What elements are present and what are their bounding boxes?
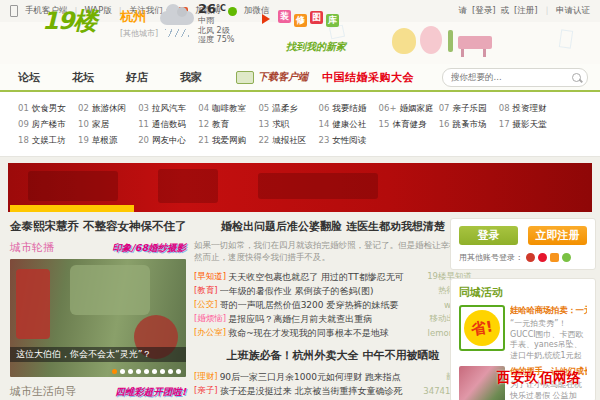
table-doodle-icon xyxy=(458,36,492,49)
post-tag: [办公室] xyxy=(194,327,226,339)
post-tag: [早知道] xyxy=(194,271,226,283)
weather-unit: °C xyxy=(216,4,226,13)
divider: ｜ xyxy=(543,5,551,17)
download-icon xyxy=(236,71,254,84)
weather-panel: 26°C 中雨 北风 2级 湿度 75% xyxy=(198,2,234,45)
promo-slogan[interactable]: 找到我的新家 xyxy=(286,40,346,54)
post-row[interactable]: [婚烦恼] 是报应吗？离婚仨月前夫就查出重病 移动出账人 xyxy=(194,312,472,326)
category-item[interactable]: 22城报社区 xyxy=(258,132,313,148)
section-post-title[interactable]: 上班族必备！杭州外卖大全 中午不用被晒啦 xyxy=(194,348,472,363)
carousel-dot[interactable] xyxy=(168,369,173,374)
carousel-dot[interactable] xyxy=(144,369,149,374)
category-item[interactable]: 18文娱工坊 xyxy=(18,132,73,148)
phone-icon xyxy=(10,5,18,17)
post-row[interactable]: [理财] 90后一家三口月余1000元如何理财 跑来指点 静竞净 xyxy=(194,370,472,384)
post-tag: [婚烦恼] xyxy=(194,313,226,325)
wedding-expo-link[interactable]: 中国结婚采购大会 xyxy=(322,70,414,85)
post-title[interactable]: 天天收空包裹也就忍了 用过的TT都惨忍无可 xyxy=(228,271,421,284)
category-item[interactable]: 19草根源 xyxy=(78,132,133,148)
post-row[interactable]: [教育] 一年级的暑假作业 累倒孩子的爸妈(图) 热得快啊 xyxy=(194,284,472,298)
promo-tag-icon: 图 xyxy=(310,11,323,24)
tab-home[interactable]: 我家 xyxy=(180,70,202,85)
login-button[interactable]: 登录 xyxy=(459,226,518,245)
post-tag: [亲子] xyxy=(194,385,218,397)
other-login-label: 用其他账号登录： xyxy=(459,252,523,263)
ad-art xyxy=(28,171,118,201)
carousel-dot[interactable] xyxy=(152,369,157,374)
kaixin-icon[interactable] xyxy=(562,253,571,262)
promo-banner[interactable]: 装 修 图 库 xyxy=(262,10,339,27)
plant-doodle-icon xyxy=(448,30,453,52)
save-badge-image: 省! xyxy=(459,305,505,351)
ad-yellow-strip xyxy=(10,205,134,212)
carousel-caption[interactable]: 这位大伯伯，你会不会太“灵光”？ xyxy=(10,347,186,362)
mascot-rabbit xyxy=(420,26,442,54)
weather-cond: 中雨 xyxy=(198,16,234,26)
category-item[interactable]: 21我爱网购 xyxy=(198,132,253,148)
carousel-dot[interactable] xyxy=(176,369,181,374)
carousel-label[interactable]: 城市轮播 xyxy=(10,240,54,255)
carousel-dot[interactable] xyxy=(136,369,141,374)
download-label: 下载客户端 xyxy=(258,70,308,84)
carousel-ad-badge[interactable]: 印象/68婚纱摄影 xyxy=(112,242,186,255)
activity-header[interactable]: 同城活动 xyxy=(459,285,587,300)
weibo-login-icon[interactable] xyxy=(538,253,547,262)
search-input[interactable] xyxy=(449,71,572,83)
left-headline-link[interactable]: 金泰熙宋慧乔 不整容女神保不住了 xyxy=(10,219,186,234)
site-logo[interactable]: 19楼 xyxy=(42,5,96,37)
carousel-dot[interactable] xyxy=(112,369,117,374)
lead-post-title[interactable]: 婚检出问题后准公婆翻脸 连医生都劝我想清楚 xyxy=(194,219,472,234)
category-item[interactable]: 16跳蚤市场 xyxy=(439,116,494,132)
post-row[interactable]: [办公室] 救命~现在才发现我的同事根本不是地球 lemonsam xyxy=(194,326,472,340)
activity-title[interactable]: 娃哈哈商场拍卖：一元起拍 xyxy=(510,305,587,317)
download-client-link[interactable]: 下载客户端 xyxy=(236,70,308,84)
post-tag: [理财] xyxy=(194,371,218,383)
forum-category-grid: 01饮食男女 02旅游休闲 03拉风汽车 04咖啡教室 05温柔乡 06我要结婚… xyxy=(0,92,600,157)
arrow-right-icon xyxy=(262,14,275,24)
activity-item[interactable]: 省! 娃哈哈商场拍卖：一元起拍 “一元拍卖秀”！GUCCI围巾、卡西欧手表、ya… xyxy=(459,305,587,361)
tab-forum[interactable]: 论坛 xyxy=(18,70,40,85)
search-icon[interactable] xyxy=(572,73,581,82)
city-carousel[interactable]: 这位大伯伯，你会不会太“灵光”？ xyxy=(10,259,186,377)
carousel-dot[interactable] xyxy=(160,369,165,374)
weather-temp: 26 xyxy=(198,1,216,16)
post-title[interactable]: 90后一家三口月余1000元如何理财 跑来指点 xyxy=(220,371,441,384)
carousel-dot[interactable] xyxy=(120,369,125,374)
post-title[interactable]: 哥的一声吼居然价值3200 爱穿热裤的妹纸要 xyxy=(220,299,438,312)
weather-humidity: 湿度 75% xyxy=(198,35,234,45)
weather-wind: 北风 2级 xyxy=(198,26,234,36)
promo-tag-icon: 库 xyxy=(326,14,339,27)
post-row[interactable]: [早知道] 天天收空包裹也就忍了 用过的TT都惨忍无可 19楼早知道 xyxy=(194,270,472,284)
login-link[interactable]: [登录] xyxy=(472,5,496,17)
category-item[interactable]: 20网友中心 xyxy=(138,132,193,148)
post-title[interactable]: 是报应吗？离婚仨月前夫就查出重病 xyxy=(228,313,423,326)
tab-flower[interactable]: 花坛 xyxy=(72,70,94,85)
ad-banner[interactable] xyxy=(8,163,592,212)
register-button[interactable]: 立即注册 xyxy=(528,226,587,245)
watermark: 西安玖佰网络 xyxy=(497,369,581,387)
activity-body: “一元拍卖秀”！GUCCI围巾、卡西欧手表、yanes吊坠、进口牛奶,统统1元起 xyxy=(510,319,587,361)
post-list: [早知道] 天天收空包裹也就忍了 用过的TT都惨忍无可 19楼早知道 [教育] … xyxy=(194,270,472,340)
post-row[interactable]: [公交] 哥的一声吼居然价值3200 爱穿热裤的妹纸要 wjl504 xyxy=(194,298,472,312)
register-link[interactable]: [注册] xyxy=(514,5,538,17)
login-pre-label: 请 xyxy=(458,5,467,17)
category-item[interactable]: 15体育健身 xyxy=(379,116,434,132)
city-guide-badge[interactable]: 四维彩超开团啦! xyxy=(115,386,186,399)
city-guide-label[interactable]: 城市生活向导 xyxy=(10,384,76,399)
other-city-link[interactable]: [其他城市] xyxy=(120,28,158,39)
post-title[interactable]: 一年级的暑假作业 累倒孩子的爸妈(图) xyxy=(220,285,432,298)
login-card: 登录 立即注册 用其他账号登录： xyxy=(450,218,596,270)
category-item[interactable]: 23女性阅读 xyxy=(318,132,373,148)
renren-icon[interactable] xyxy=(550,253,559,262)
carousel-dot[interactable] xyxy=(128,369,133,374)
post-row[interactable]: [亲子] 孩子还是没挺过来 北京被当街重摔女童确诊死 347410473 xyxy=(194,384,472,398)
tab-shop[interactable]: 好店 xyxy=(126,70,148,85)
qq-icon[interactable] xyxy=(526,253,535,262)
post-title[interactable]: 孩子还是没挺过来 北京被当街重摔女童确诊死 xyxy=(220,385,418,398)
city-name[interactable]: 杭州 xyxy=(120,8,158,26)
category-item[interactable]: 17摄影天堂 xyxy=(499,116,554,132)
post-title[interactable]: 救命~现在才发现我的同事根本不是地球 xyxy=(228,327,421,340)
cert-link[interactable]: 申请认证 xyxy=(556,5,590,17)
promo-tag-icon: 修 xyxy=(294,14,307,27)
post-tag: [公交] xyxy=(194,299,218,311)
